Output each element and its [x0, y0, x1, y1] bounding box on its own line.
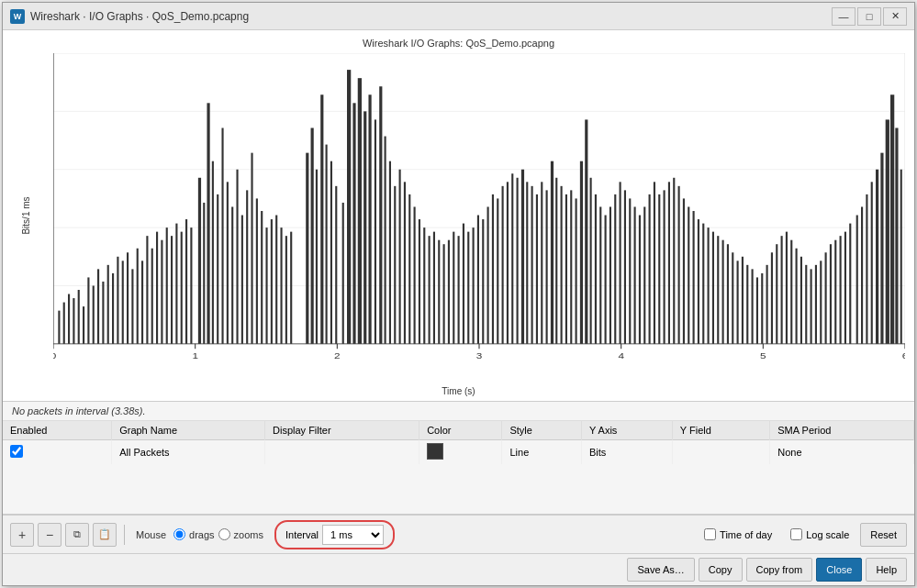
reset-button[interactable]: Reset: [860, 523, 907, 547]
chart-canvas[interactable]: 1·10⁶ 750000 500000 250000 0 0 1 2 3 4 5…: [53, 53, 905, 369]
enabled-checkbox[interactable]: [10, 445, 23, 458]
svg-rect-167: [766, 265, 768, 344]
svg-rect-30: [78, 290, 80, 344]
log-scale-checkbox[interactable]: [790, 528, 802, 540]
svg-text:0: 0: [53, 350, 56, 361]
drags-radio[interactable]: [173, 528, 185, 540]
svg-rect-70: [275, 216, 277, 344]
svg-rect-161: [737, 261, 739, 344]
svg-rect-152: [693, 211, 695, 344]
svg-rect-118: [526, 182, 528, 344]
svg-rect-77: [320, 94, 323, 344]
svg-rect-147: [668, 182, 670, 344]
y-axis-cell: Bits: [581, 440, 672, 465]
svg-rect-160: [732, 252, 733, 344]
copy-from-button[interactable]: Copy from: [746, 558, 813, 582]
svg-rect-149: [678, 186, 680, 344]
col-display-filter: Display Filter: [265, 421, 419, 440]
display-filter-cell: [265, 440, 419, 465]
svg-rect-93: [404, 182, 406, 344]
save-as-button[interactable]: Save As…: [627, 558, 694, 582]
help-button[interactable]: Help: [866, 558, 907, 582]
svg-rect-187: [866, 194, 867, 344]
remove-graph-button[interactable]: −: [38, 523, 62, 547]
svg-rect-108: [477, 216, 479, 344]
svg-rect-134: [605, 216, 607, 344]
svg-rect-116: [517, 178, 519, 344]
time-of-day-label[interactable]: Time of day: [720, 529, 772, 540]
svg-rect-54: [198, 178, 201, 344]
svg-rect-168: [771, 252, 773, 344]
interval-label: Interval: [285, 529, 319, 540]
svg-rect-91: [394, 186, 396, 344]
table-row[interactable]: All Packets Line Bits None: [3, 440, 914, 465]
svg-rect-127: [570, 190, 572, 343]
time-of-day-checkbox[interactable]: [704, 528, 716, 540]
svg-text:3: 3: [476, 350, 483, 361]
svg-rect-182: [840, 236, 842, 344]
paste-graph-button[interactable]: 📋: [93, 523, 117, 547]
svg-rect-102: [448, 240, 450, 344]
svg-rect-69: [271, 219, 273, 344]
svg-rect-56: [207, 103, 209, 344]
svg-rect-85: [363, 111, 366, 343]
io-graph-svg: 1·10⁶ 750000 500000 250000 0 0 1 2 3 4 5…: [53, 53, 905, 369]
svg-text:5: 5: [760, 350, 766, 361]
app-icon: W: [10, 9, 25, 24]
svg-rect-111: [492, 194, 494, 344]
svg-rect-78: [326, 145, 328, 344]
col-style: Style: [502, 421, 582, 440]
graphs-table: Enabled Graph Name Display Filter Color …: [3, 421, 914, 464]
svg-rect-122: [546, 190, 548, 343]
svg-rect-154: [702, 224, 704, 344]
copy-graph-button[interactable]: ⧉: [65, 523, 89, 547]
maximize-button[interactable]: □: [857, 7, 881, 26]
close-window-button[interactable]: ✕: [883, 7, 907, 26]
svg-rect-185: [856, 216, 858, 344]
svg-rect-184: [849, 224, 851, 344]
svg-rect-79: [330, 161, 332, 344]
svg-rect-71: [280, 227, 282, 344]
svg-rect-29: [73, 298, 74, 344]
svg-rect-34: [97, 269, 99, 343]
svg-rect-59: [221, 128, 223, 343]
log-scale-label[interactable]: Log scale: [806, 529, 849, 540]
color-swatch[interactable]: [427, 443, 443, 460]
zooms-radio[interactable]: [218, 528, 230, 540]
svg-rect-39: [122, 261, 124, 344]
interval-select[interactable]: 1 ms 10 ms 100 ms 1 s: [322, 525, 384, 545]
svg-rect-171: [786, 232, 788, 344]
y-axis-label: Bits/1 ms: [21, 196, 31, 234]
enabled-cell[interactable]: [3, 440, 112, 465]
svg-rect-65: [251, 153, 252, 344]
svg-rect-153: [698, 219, 699, 344]
svg-rect-27: [63, 303, 65, 344]
svg-rect-52: [185, 219, 187, 344]
svg-rect-82: [347, 70, 351, 344]
minimize-button[interactable]: —: [832, 7, 855, 26]
svg-rect-95: [414, 206, 416, 343]
svg-rect-166: [761, 273, 763, 344]
chart-title: Wireshark I/O Graphs: QoS_Demo.pcapng: [363, 38, 554, 49]
copy-button[interactable]: Copy: [699, 558, 743, 582]
svg-rect-177: [815, 265, 817, 344]
interval-group: Interval 1 ms 10 ms 100 ms 1 s: [274, 520, 395, 549]
svg-rect-138: [624, 190, 626, 343]
svg-rect-144: [654, 182, 655, 344]
zooms-label[interactable]: zooms: [234, 529, 263, 540]
svg-rect-48: [166, 227, 168, 344]
table-area[interactable]: Enabled Graph Name Display Filter Color …: [3, 421, 914, 515]
title-bar: W Wireshark · I/O Graphs · QoS_Demo.pcap…: [3, 3, 914, 30]
color-cell[interactable]: [419, 440, 502, 465]
svg-rect-131: [590, 178, 592, 344]
svg-rect-57: [212, 161, 214, 344]
add-graph-button[interactable]: +: [10, 523, 34, 547]
svg-rect-42: [137, 249, 139, 344]
svg-text:4: 4: [618, 350, 624, 361]
drags-label[interactable]: drags: [189, 529, 215, 540]
svg-rect-26: [58, 311, 60, 344]
svg-rect-133: [599, 206, 601, 343]
svg-rect-46: [156, 232, 158, 344]
svg-rect-64: [246, 190, 248, 343]
close-button[interactable]: Close: [816, 558, 862, 582]
